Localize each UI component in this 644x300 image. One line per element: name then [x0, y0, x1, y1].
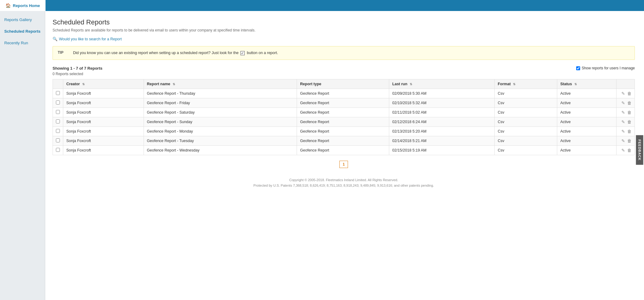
search-report-link[interactable]: 🔍 Would you like to search for a Report	[53, 37, 635, 41]
cell-report-type-4: Geofence Report	[297, 126, 389, 136]
cell-report-name-3: Geofence Report - Sunday	[144, 117, 297, 126]
action-cell-6: ✎ 🗑	[617, 145, 635, 155]
row-checkbox-cell-5[interactable]	[53, 136, 63, 145]
delete-icon-5[interactable]: 🗑	[627, 138, 631, 143]
cell-format-4: Csv	[495, 126, 557, 136]
cell-creator-1: Sonja Foxcroft	[63, 98, 144, 108]
col-format[interactable]: Format ⇅	[495, 79, 557, 89]
tip-text: Did you know you can use an existing rep…	[73, 50, 278, 56]
delete-icon-6[interactable]: 🗑	[627, 148, 631, 153]
show-managed-label[interactable]: Show reports for users I manage	[576, 66, 635, 70]
edit-icon-4[interactable]: ✎	[621, 129, 625, 134]
delete-icon-4[interactable]: 🗑	[627, 129, 631, 134]
table-row: Sonja Foxcroft Geofence Report - Thursda…	[53, 89, 635, 98]
cell-format-5: Csv	[495, 136, 557, 145]
row-checkbox-cell-3[interactable]	[53, 117, 63, 126]
pagination: 1	[53, 161, 635, 168]
col-report-name[interactable]: Report name ⇅	[144, 79, 297, 89]
cell-status-3: Active	[557, 117, 617, 126]
cell-report-type-6: Geofence Report	[297, 145, 389, 155]
cell-report-name-1: Geofence Report - Friday	[144, 98, 297, 108]
cell-report-type-5: Geofence Report	[297, 136, 389, 145]
row-checkbox-4[interactable]	[56, 129, 60, 133]
cell-last-run-3: 02/12/2018 6:24 AM	[389, 117, 495, 126]
row-checkbox-1[interactable]	[56, 101, 60, 104]
tip-checkbox-icon	[240, 51, 245, 55]
tip-label: TIP	[58, 50, 67, 55]
showing-row: Showing 1 - 7 of 7 Reports Show reports …	[53, 66, 635, 71]
header-checkbox-cell	[53, 79, 63, 89]
cell-status-2: Active	[557, 108, 617, 117]
cell-format-6: Csv	[495, 145, 557, 155]
edit-icon-3[interactable]: ✎	[621, 119, 625, 124]
row-checkbox-0[interactable]	[56, 91, 60, 95]
page-title: Scheduled Reports	[53, 18, 635, 26]
creator-sort-icon: ⇅	[82, 82, 85, 86]
main-content: Scheduled Reports Scheduled Reports are …	[45, 11, 644, 300]
col-status[interactable]: Status ⇅	[557, 79, 617, 89]
action-cell-2: ✎ 🗑	[617, 108, 635, 117]
delete-icon-1[interactable]: 🗑	[627, 101, 631, 105]
table-body: Sonja Foxcroft Geofence Report - Thursda…	[53, 89, 635, 155]
sidebar-item-reports-gallery[interactable]: Reports Gallery	[0, 14, 45, 26]
selected-count: 0 Reports selected	[53, 72, 635, 76]
show-managed-checkbox[interactable]	[576, 66, 580, 70]
page-subtitle: Scheduled Reports are available for repo…	[53, 28, 635, 32]
edit-icon-2[interactable]: ✎	[621, 110, 625, 115]
cell-report-type-0: Geofence Report	[297, 89, 389, 98]
cell-format-3: Csv	[495, 117, 557, 126]
search-icon: 🔍	[53, 37, 57, 41]
top-navigation: 🏠 Reports Home	[0, 0, 644, 11]
sidebar-item-scheduled-reports[interactable]: Scheduled Reports	[0, 26, 45, 37]
feedback-tab[interactable]: FEEDBACK	[636, 135, 643, 165]
format-sort-icon: ⇅	[513, 82, 515, 86]
row-checkbox-cell-4[interactable]	[53, 126, 63, 136]
cell-status-4: Active	[557, 126, 617, 136]
row-checkbox-cell-0[interactable]	[53, 89, 63, 98]
report-name-sort-icon: ⇅	[173, 82, 175, 86]
main-layout: Reports Gallery Scheduled Reports Recent…	[0, 11, 644, 300]
col-creator[interactable]: Creator ⇅	[63, 79, 144, 89]
cell-report-name-5: Geofence Report - Tuesday	[144, 136, 297, 145]
cell-status-6: Active	[557, 145, 617, 155]
col-actions	[617, 79, 635, 89]
delete-icon-3[interactable]: 🗑	[627, 119, 631, 124]
row-checkbox-cell-6[interactable]	[53, 145, 63, 155]
tip-box: TIP Did you know you can use an existing…	[53, 46, 635, 60]
delete-icon-2[interactable]: 🗑	[627, 110, 631, 115]
table-row: Sonja Foxcroft Geofence Report - Saturda…	[53, 108, 635, 117]
footer-line1: Copyright © 2005-2018. Fleetmatics Irela…	[53, 177, 635, 183]
cell-creator-6: Sonja Foxcroft	[63, 145, 144, 155]
cell-last-run-5: 02/14/2018 5:21 AM	[389, 136, 495, 145]
table-row: Sonja Foxcroft Geofence Report - Tuesday…	[53, 136, 635, 145]
delete-icon-0[interactable]: 🗑	[627, 91, 631, 96]
table-row: Sonja Foxcroft Geofence Report - Friday …	[53, 98, 635, 108]
row-checkbox-3[interactable]	[56, 119, 60, 123]
cell-status-1: Active	[557, 98, 617, 108]
cell-format-1: Csv	[495, 98, 557, 108]
cell-report-name-2: Geofence Report - Saturday	[144, 108, 297, 117]
cell-last-run-1: 02/10/2018 5:32 AM	[389, 98, 495, 108]
edit-icon-1[interactable]: ✎	[621, 101, 625, 105]
edit-icon-0[interactable]: ✎	[621, 91, 625, 96]
cell-last-run-2: 02/11/2018 5:02 AM	[389, 108, 495, 117]
table-row: Sonja Foxcroft Geofence Report - Monday …	[53, 126, 635, 136]
row-checkbox-2[interactable]	[56, 110, 60, 114]
row-checkbox-5[interactable]	[56, 138, 60, 142]
sidebar-item-recently-run[interactable]: Recently Run	[0, 37, 45, 49]
sidebar: Reports Gallery Scheduled Reports Recent…	[0, 11, 45, 300]
table-header: Creator ⇅ Report name ⇅ Report type Last…	[53, 79, 635, 89]
reports-home-tab[interactable]: 🏠 Reports Home	[0, 0, 46, 11]
row-checkbox-6[interactable]	[56, 148, 60, 152]
reports-home-label: Reports Home	[13, 3, 40, 8]
edit-icon-6[interactable]: ✎	[621, 148, 625, 153]
edit-icon-5[interactable]: ✎	[621, 138, 625, 143]
cell-creator-0: Sonja Foxcroft	[63, 89, 144, 98]
cell-last-run-6: 02/15/2018 5:19 AM	[389, 145, 495, 155]
row-checkbox-cell-1[interactable]	[53, 98, 63, 108]
page-1-button[interactable]: 1	[339, 161, 348, 168]
cell-format-0: Csv	[495, 89, 557, 98]
col-last-run[interactable]: Last run ⇅	[389, 79, 495, 89]
table-row: Sonja Foxcroft Geofence Report - Wednesd…	[53, 145, 635, 155]
row-checkbox-cell-2[interactable]	[53, 108, 63, 117]
